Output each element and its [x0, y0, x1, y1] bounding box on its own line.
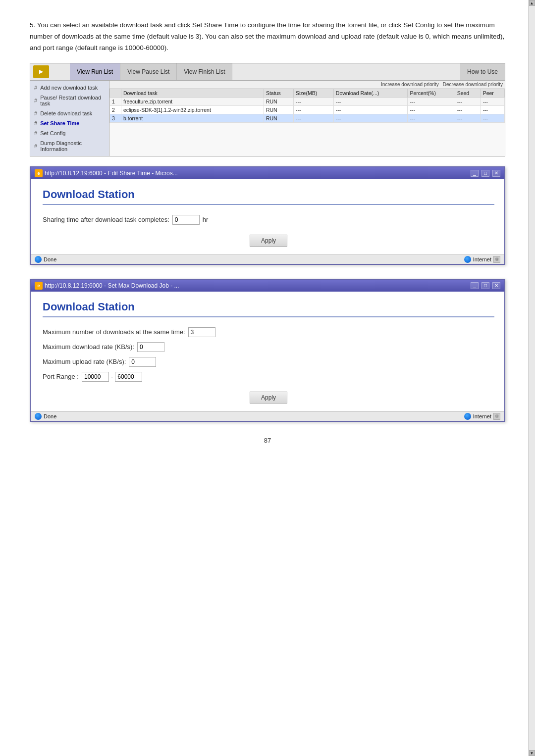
browser-statusbar-2: Done Internet ⊞	[31, 411, 504, 421]
table-row[interactable]: 1 freeculture.zip.torrent RUN --- --- --…	[110, 97, 505, 105]
sidebar-item-pause-label: Pause/ Restart download task	[40, 95, 105, 106]
max-downloads-row: Maximum number of downloads at the same …	[43, 327, 494, 337]
browser-statusbar-1: Done Internet ⊞	[31, 254, 504, 264]
browser-titlebar-2: e http://10.8.12.19:6000 - Set Max Downl…	[31, 280, 504, 292]
share-time-input[interactable]	[172, 215, 200, 225]
resize-handle-2[interactable]: ⊞	[493, 413, 500, 420]
tab-spacer	[232, 63, 460, 80]
sidebar-item-delete-label: Delete download task	[40, 110, 92, 116]
row2-num: 2	[110, 105, 121, 114]
ds-body: # Add new download task # Pause/ Restart…	[30, 81, 505, 156]
apply-row-2: Apply	[43, 388, 494, 403]
row1-size: ---	[293, 97, 333, 105]
ds-main-area: Increase download priority Decrease down…	[109, 81, 505, 156]
maximize-button-1[interactable]: □	[482, 170, 489, 177]
close-button-2[interactable]: ✕	[492, 282, 500, 289]
sidebar-item-pause[interactable]: # Pause/ Restart download task	[30, 93, 109, 108]
maximize-button-2[interactable]: □	[482, 282, 489, 289]
status-internet-2: Internet	[473, 413, 491, 419]
row1-num: 1	[110, 97, 121, 105]
share-time-label: Sharing time after download task complet…	[43, 216, 169, 223]
browser-title-1: http://10.8.12.19:6000 - Edit Share Time…	[45, 170, 468, 177]
share-time-form-row: Sharing time after download task complet…	[43, 215, 494, 225]
sidebar-item-config[interactable]: # Set Config	[30, 128, 109, 138]
minimize-button-2[interactable]: _	[471, 282, 479, 289]
status-globe-icon-1	[35, 256, 42, 263]
row3-size: ---	[293, 114, 333, 122]
table-row[interactable]: 3 b.torrent RUN --- --- --- --- ---	[110, 114, 505, 122]
sidebar-item-config-label: Set Config	[40, 130, 65, 136]
ds-sidebar: # Add new download task # Pause/ Restart…	[30, 81, 109, 156]
row2-peer: ---	[481, 105, 504, 114]
apply-button-1[interactable]: Apply	[250, 235, 287, 247]
sidebar-item-dump-label: Dump Diagnostic Information	[40, 140, 105, 152]
sidebar-hash-icon4: #	[34, 120, 37, 126]
sidebar-item-dump[interactable]: # Dump Diagnostic Information	[30, 138, 109, 154]
row2-seed: ---	[455, 105, 481, 114]
close-button-1[interactable]: ✕	[492, 170, 500, 177]
col-percent: Percent(%)	[408, 89, 455, 97]
scroll-down-2[interactable]: ▼	[529, 750, 535, 756]
max-ul-rate-label: Maximum upload rate (KB/s):	[43, 358, 126, 365]
browser-titlebar-1: e http://10.8.12.19:6000 - Edit Share Ti…	[31, 167, 504, 179]
col-status: Status	[264, 89, 293, 97]
col-num	[110, 89, 121, 97]
sidebar-hash-icon6: #	[34, 143, 37, 149]
resize-handle-1[interactable]: ⊞	[493, 256, 500, 263]
download-station-screenshot: ▶ View Run List View Pause List View Fin…	[30, 63, 505, 156]
sidebar-item-share-time[interactable]: # Set Share Time	[30, 118, 109, 128]
port-range-to-input[interactable]	[115, 372, 142, 382]
minimize-button-1[interactable]: _	[471, 170, 479, 177]
port-range-label: Port Range :	[43, 373, 79, 380]
ds-logo-area: ▶	[30, 63, 70, 80]
row1-seed: ---	[455, 97, 481, 105]
download-table: Download task Status Size(MB) Download R…	[109, 89, 505, 123]
max-dl-rate-label: Maximum download rate (KB/s):	[43, 343, 134, 351]
browser-content-1: Download Station Sharing time after down…	[31, 179, 504, 254]
row1-rate: ---	[333, 97, 408, 105]
apply-button-2[interactable]: Apply	[250, 392, 287, 403]
edit-share-time-window: e http://10.8.12.19:6000 - Edit Share Ti…	[30, 166, 505, 265]
status-done-1: Done	[44, 256, 56, 262]
ds-page-title-2: Download Station	[43, 301, 494, 317]
row3-peer: ---	[481, 114, 504, 122]
max-downloads-label: Maximum number of downloads at the same …	[43, 328, 185, 336]
max-ul-rate-input[interactable]	[129, 357, 156, 367]
row2-percent: ---	[408, 105, 455, 114]
tab-view-run-list[interactable]: View Run List	[70, 63, 120, 80]
col-seed: Seed	[455, 89, 481, 97]
intro-paragraph: 5. You can select an available download …	[30, 20, 505, 54]
max-dl-rate-input[interactable]	[137, 342, 164, 352]
increase-priority-label: Increase download priority	[381, 82, 439, 87]
set-config-window: e http://10.8.12.19:6000 - Set Max Downl…	[30, 279, 505, 422]
sidebar-hash-icon2: #	[34, 98, 37, 103]
status-internet-1: Internet	[473, 256, 491, 262]
row3-seed: ---	[455, 114, 481, 122]
max-dl-rate-row: Maximum download rate (KB/s):	[43, 342, 494, 352]
tab-view-finish-list[interactable]: View Finish List	[177, 63, 232, 80]
row3-num: 3	[110, 114, 121, 122]
scroll-up-2[interactable]: ▲	[529, 0, 535, 6]
row2-task: eclipse-SDK-3[1].1.2-win32.zip.torrent	[121, 105, 264, 114]
status-globe-icon-2	[35, 413, 42, 420]
decrease-priority-label: Decrease download priority	[443, 82, 503, 87]
row3-percent: ---	[408, 114, 455, 122]
max-downloads-input[interactable]	[188, 327, 215, 337]
tab-how-to-use[interactable]: How to Use	[460, 63, 505, 80]
priority-bar: Increase download priority Decrease down…	[109, 81, 505, 89]
table-row[interactable]: 2 eclipse-SDK-3[1].1.2-win32.zip.torrent…	[110, 105, 505, 114]
browser-content-2: Download Station Maximum number of downl…	[31, 292, 504, 411]
scrollbar-2[interactable]: ▲ ▼	[528, 0, 535, 756]
row3-status: RUN	[264, 114, 293, 122]
browser-body-1: Download Station Sharing time after down…	[31, 179, 504, 254]
ds-page-title-1: Download Station	[43, 188, 494, 205]
tab-view-pause-list[interactable]: View Pause List	[120, 63, 177, 80]
ds-logo-icon: ▶	[33, 65, 49, 78]
col-peer: Peer	[481, 89, 504, 97]
sidebar-item-add[interactable]: # Add new download task	[30, 83, 109, 93]
row2-size: ---	[293, 105, 333, 114]
page-number: 87	[30, 437, 505, 444]
row2-status: RUN	[264, 105, 293, 114]
sidebar-item-delete[interactable]: # Delete download task	[30, 108, 109, 118]
port-range-from-input[interactable]	[82, 372, 109, 382]
